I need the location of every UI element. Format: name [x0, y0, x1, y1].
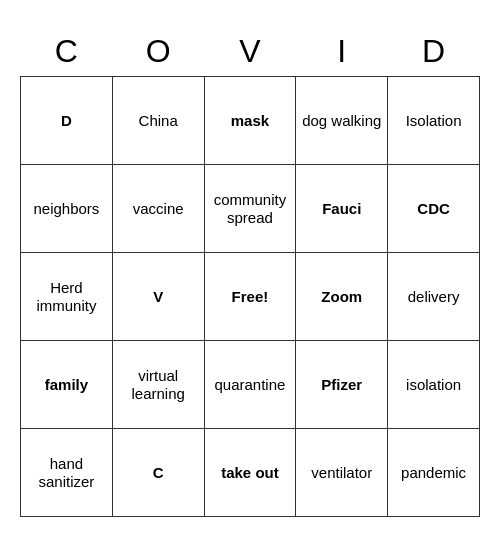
header-letter-C: C	[21, 27, 113, 77]
cell-3-1: virtual learning	[112, 341, 204, 429]
cell-1-2: community spread	[204, 165, 296, 253]
bingo-row-3: familyvirtual learningquarantinePfizeris…	[21, 341, 480, 429]
cell-1-4: CDC	[388, 165, 480, 253]
bingo-row-4: hand sanitizerCtake outventilatorpandemi…	[21, 429, 480, 517]
cell-0-2: mask	[204, 77, 296, 165]
cell-3-3: Pfizer	[296, 341, 388, 429]
cell-0-1: China	[112, 77, 204, 165]
bingo-row-0: DChinamaskdog walkingIsolation	[21, 77, 480, 165]
header-letter-I: I	[296, 27, 388, 77]
cell-2-4: delivery	[388, 253, 480, 341]
cell-3-2: quarantine	[204, 341, 296, 429]
bingo-row-1: neighborsvaccinecommunity spreadFauciCDC	[21, 165, 480, 253]
header-row: COVID	[21, 27, 480, 77]
cell-4-2: take out	[204, 429, 296, 517]
header-letter-V: V	[204, 27, 296, 77]
cell-3-4: isolation	[388, 341, 480, 429]
cell-4-1: C	[112, 429, 204, 517]
bingo-row-2: Herd immunityVFree!Zoomdelivery	[21, 253, 480, 341]
bingo-card: COVID DChinamaskdog walkingIsolationneig…	[20, 27, 480, 517]
cell-0-0: D	[21, 77, 113, 165]
cell-1-3: Fauci	[296, 165, 388, 253]
cell-4-0: hand sanitizer	[21, 429, 113, 517]
header-letter-D: D	[388, 27, 480, 77]
header-letter-O: O	[112, 27, 204, 77]
cell-0-4: Isolation	[388, 77, 480, 165]
cell-1-1: vaccine	[112, 165, 204, 253]
cell-1-0: neighbors	[21, 165, 113, 253]
cell-4-3: ventilator	[296, 429, 388, 517]
cell-2-2: Free!	[204, 253, 296, 341]
cell-2-0: Herd immunity	[21, 253, 113, 341]
cell-3-0: family	[21, 341, 113, 429]
cell-0-3: dog walking	[296, 77, 388, 165]
cell-2-3: Zoom	[296, 253, 388, 341]
cell-4-4: pandemic	[388, 429, 480, 517]
cell-2-1: V	[112, 253, 204, 341]
